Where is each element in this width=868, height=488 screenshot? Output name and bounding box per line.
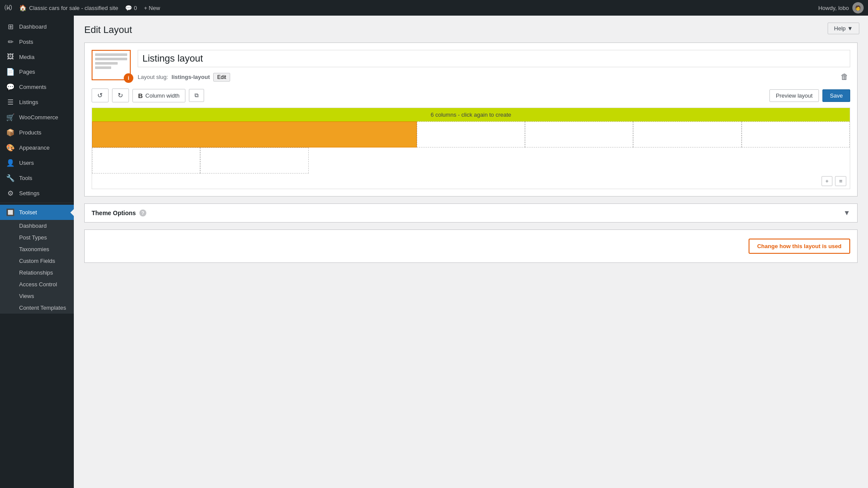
new-content-label: + New bbox=[144, 5, 160, 11]
redo-icon: ↻ bbox=[118, 92, 123, 99]
comment-bubble-icon: 💬 bbox=[125, 5, 132, 11]
sidebar-item-woocommerce[interactable]: 🛒 WooCommerce bbox=[0, 110, 74, 125]
grid-actions: + ≡ bbox=[92, 174, 850, 189]
site-name-text: Classic cars for sale - classified site bbox=[29, 5, 118, 11]
thumb-line-1 bbox=[95, 53, 127, 56]
house-icon: 🏠 bbox=[19, 4, 26, 11]
sidebar-item-dashboard[interactable]: ⊞ Dashboard bbox=[0, 19, 74, 34]
submenu-item-taxonomies[interactable]: Taxonomies bbox=[0, 243, 74, 255]
editor-toolbar: ↺ ↻ B Column width ⧉ Preview layout Save bbox=[85, 83, 857, 108]
layout-card: i Layout slug: listings-layout Edit 🗑 bbox=[84, 43, 858, 197]
grid-col-3[interactable] bbox=[525, 121, 633, 147]
redo-button[interactable]: ↻ bbox=[112, 88, 129, 102]
undo-button[interactable]: ↺ bbox=[92, 88, 109, 102]
grid-col-7[interactable] bbox=[200, 147, 308, 174]
list-icon: ≡ bbox=[839, 178, 842, 184]
sidebar-label-toolset: Toolset bbox=[19, 209, 37, 216]
slug-value: listings-layout bbox=[172, 74, 210, 80]
submenu-item-content-templates[interactable]: Content Templates bbox=[0, 302, 74, 314]
copy-icon: ⧉ bbox=[195, 92, 198, 99]
sidebar-item-products[interactable]: 📦 Products bbox=[0, 125, 74, 140]
sidebar-item-listings[interactable]: ☰ Listings bbox=[0, 95, 74, 110]
chevron-down-icon: ▼ bbox=[843, 209, 850, 217]
theme-options-title: Theme Options bbox=[92, 210, 136, 216]
submenu-item-access-control[interactable]: Access Control bbox=[0, 278, 74, 290]
dashboard-icon: ⊞ bbox=[6, 23, 15, 31]
sidebar-label-woo: WooCommerce bbox=[19, 114, 58, 121]
wp-logo-icon: 🄦 bbox=[4, 3, 12, 13]
help-button[interactable]: Help ▼ bbox=[828, 23, 859, 34]
add-icon: + bbox=[825, 178, 829, 184]
slug-label: Layout slug: bbox=[138, 74, 168, 80]
sidebar-label-comments: Comments bbox=[19, 84, 46, 90]
admin-bar: 🄦 🏠 Classic cars for sale - classified s… bbox=[0, 0, 868, 16]
thumb-line-4 bbox=[95, 66, 111, 69]
grid-col-6[interactable] bbox=[92, 147, 200, 174]
grid-columns-row bbox=[92, 121, 850, 174]
avatar: 🧑 bbox=[852, 2, 864, 13]
layout-name-section: Layout slug: listings-layout Edit 🗑 bbox=[138, 50, 850, 83]
sidebar-item-comments[interactable]: 💬 Comments bbox=[0, 79, 74, 95]
submenu-item-post-types[interactable]: Post Types bbox=[0, 232, 74, 243]
notification-dot: i bbox=[124, 73, 133, 83]
comments-count: 0 bbox=[134, 5, 137, 11]
products-icon: 📦 bbox=[6, 128, 15, 137]
grid-col-4[interactable] bbox=[633, 121, 741, 147]
users-icon: 👤 bbox=[6, 159, 15, 167]
layout-slug-row: Layout slug: listings-layout Edit 🗑 bbox=[138, 71, 850, 83]
sidebar-item-tools[interactable]: 🔧 Tools bbox=[0, 170, 74, 186]
column-width-label: Column width bbox=[145, 92, 180, 99]
copy-button[interactable]: ⧉ bbox=[189, 89, 204, 102]
save-button[interactable]: Save bbox=[822, 89, 850, 102]
sidebar-item-appearance[interactable]: 🎨 Appearance bbox=[0, 140, 74, 155]
appearance-icon: 🎨 bbox=[6, 144, 15, 152]
theme-options-section: Theme Options ? ▼ bbox=[84, 203, 858, 223]
sidebar-item-pages[interactable]: 📄 Pages bbox=[0, 64, 74, 79]
add-row-button[interactable]: + bbox=[822, 176, 833, 186]
layout-thumbnail: i bbox=[92, 50, 131, 80]
preview-layout-button[interactable]: Preview layout bbox=[769, 89, 819, 102]
thumb-line-3 bbox=[95, 62, 118, 65]
sidebar-label-appearance: Appearance bbox=[19, 144, 50, 151]
sidebar-item-settings[interactable]: ⚙ Settings bbox=[0, 186, 74, 201]
sidebar-label-tools: Tools bbox=[19, 175, 32, 181]
submenu-item-views[interactable]: Views bbox=[0, 290, 74, 302]
submenu-item-dashboard[interactable]: Dashboard bbox=[0, 220, 74, 232]
main-content: Help ▼ Edit Layout i bbox=[74, 16, 868, 488]
woo-icon: 🛒 bbox=[6, 113, 15, 121]
grid-row-header[interactable]: 6 columns - click again to create bbox=[92, 108, 850, 121]
site-name-link[interactable]: 🏠 Classic cars for sale - classified sit… bbox=[19, 4, 118, 11]
theme-options-help-icon[interactable]: ? bbox=[139, 210, 146, 216]
new-content-link[interactable]: + New bbox=[144, 5, 160, 11]
toolset-submenu: Dashboard Post Types Taxonomies Custom F… bbox=[0, 220, 74, 314]
grid-col-filled[interactable] bbox=[92, 121, 417, 147]
theme-options-header[interactable]: Theme Options ? ▼ bbox=[85, 204, 857, 222]
sidebar-item-users[interactable]: 👤 Users bbox=[0, 155, 74, 170]
grid-col-5[interactable] bbox=[742, 121, 850, 147]
submenu-item-relationships[interactable]: Relationships bbox=[0, 267, 74, 278]
comments-icon: 💬 bbox=[6, 83, 15, 91]
howdy-text: Howdy, lobo 🧑 bbox=[818, 2, 864, 13]
sidebar-item-posts[interactable]: ✏ Posts bbox=[0, 34, 74, 49]
tools-icon: 🔧 bbox=[6, 174, 15, 182]
undo-icon: ↺ bbox=[97, 92, 103, 99]
layout-name-input[interactable] bbox=[138, 50, 850, 67]
howdy-label: Howdy, lobo bbox=[818, 5, 849, 11]
row-options-button[interactable]: ≡ bbox=[835, 176, 846, 186]
sidebar-label-pages: Pages bbox=[19, 69, 35, 75]
grid-col-2[interactable] bbox=[417, 121, 525, 147]
column-width-icon: B bbox=[138, 92, 143, 99]
settings-icon: ⚙ bbox=[6, 189, 15, 197]
change-layout-usage-button[interactable]: Change how this layout is used bbox=[749, 239, 850, 254]
thumb-line-2 bbox=[95, 58, 127, 60]
delete-layout-button[interactable]: 🗑 bbox=[839, 71, 850, 83]
edit-slug-button[interactable]: Edit bbox=[213, 73, 230, 82]
sidebar-item-toolset[interactable]: 🔲 Toolset bbox=[0, 205, 74, 220]
submenu-item-custom-fields[interactable]: Custom Fields bbox=[0, 255, 74, 267]
sidebar-item-media[interactable]: 🖼 Media bbox=[0, 49, 74, 64]
comments-link[interactable]: 💬 0 bbox=[125, 5, 137, 11]
column-width-button[interactable]: B Column width bbox=[132, 89, 185, 102]
listings-icon: ☰ bbox=[6, 98, 15, 106]
sidebar-label-products: Products bbox=[19, 129, 41, 136]
media-icon: 🖼 bbox=[6, 53, 15, 61]
